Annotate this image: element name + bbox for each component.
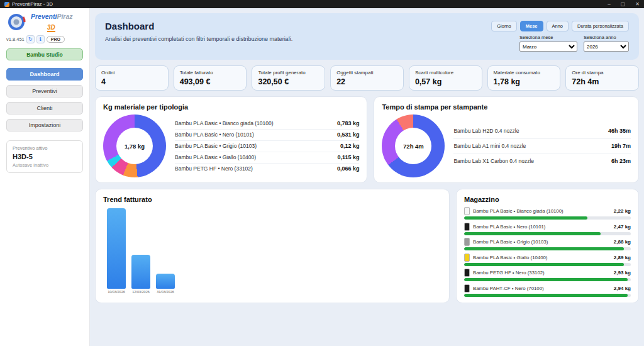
trend-bar (156, 274, 175, 289)
filament-color-chip (464, 238, 470, 246)
trend-chart-card: Trend fatturato 10/03/2026 12/03/2026 31… (95, 189, 450, 303)
legend-row: Bambu PLA Basic • Grigio (10103) 0,12 kg (175, 141, 359, 152)
filter-durata-button[interactable]: Durata personalizzata (572, 21, 629, 31)
version-label: v1.8.451 (6, 36, 25, 42)
info-icon: ℹ (40, 36, 42, 42)
filament-color-chip (464, 254, 470, 262)
filter-anno-button[interactable]: Anno (547, 21, 569, 31)
page-title: Dashboard (105, 21, 292, 31)
year-select-label: Seleziona anno (584, 35, 629, 40)
filament-color-chip (464, 284, 470, 293)
filter-mese-button[interactable]: Mese (520, 21, 543, 31)
stats-row: Ordini 4 Totale fatturato 493,09 € Total… (95, 65, 639, 91)
trend-bar (107, 208, 126, 289)
trend-x-axis: 10/03/2026 12/03/2026 31/03/2026 (103, 290, 441, 294)
sidebar-item-clienti[interactable]: Clienti (6, 102, 83, 114)
printer-donut-chart: 72h 4m (382, 114, 445, 177)
spool-logo-icon (6, 13, 28, 32)
active-quote-label: Preventivo attivo (13, 145, 77, 151)
inventory-item: Bambu PAHT-CF • Nero (70100) 2,94 kg (464, 284, 631, 297)
stock-progress-track (464, 247, 631, 250)
stock-progress-track (464, 263, 631, 266)
material-donut-chart: 1,78 kg (103, 114, 166, 177)
sidebar-item-impostazioni[interactable]: Impostazioni (6, 119, 83, 131)
bambu-studio-button[interactable]: Bambu Studio (6, 48, 83, 60)
filament-color-chip (464, 269, 470, 277)
autosave-status: Autosave inattivo (13, 162, 77, 168)
window-title: PreventiPiraz - 3D (12, 1, 53, 7)
stat-card-profit: Totale profit generato 320,50 € (252, 65, 325, 91)
sidebar-nav: Dashboard Preventivi Clienti Impostazion… (6, 68, 83, 131)
material-chart-title: Kg materiale per tipologia (103, 103, 359, 111)
year-select[interactable]: 2026 (584, 42, 629, 52)
pro-badge: PRO (47, 36, 65, 43)
stock-progress-fill (464, 247, 624, 250)
maximize-button[interactable]: ▢ (621, 1, 626, 7)
active-quote-box: Preventivo attivo H3D-5 Autosave inattiv… (6, 140, 83, 173)
filter-giorno-button[interactable]: Giorno (491, 21, 517, 31)
stat-card-ore: Ore di stampa 72h 4m (565, 65, 639, 91)
stock-progress-track (464, 216, 631, 220)
printer-donut-center: 72h 4m (395, 128, 431, 164)
period-filter-group: Giorno Mese Anno Durata personalizzata (491, 21, 629, 31)
page-subtitle: Analisi dei preventivi completati con fi… (105, 36, 292, 42)
brand-3d-badge: 3D (47, 24, 55, 32)
refresh-icon: ↻ (28, 36, 33, 42)
stock-progress-fill (464, 216, 587, 220)
app-logo: PreventiPiraz 3D (6, 13, 83, 32)
filament-color-chip (464, 223, 470, 231)
stat-card-ordini: Ordini 4 (95, 65, 169, 91)
stock-progress-track (464, 294, 631, 297)
inventory-item: Bambu PLA Basic • Bianco giada (10100) 2… (464, 207, 631, 220)
inventory-list: Bambu PLA Basic • Bianco giada (10100) 2… (464, 207, 631, 297)
stock-progress-track (464, 232, 631, 235)
month-select[interactable]: Marzo (519, 42, 577, 52)
sidebar-item-dashboard[interactable]: Dashboard (6, 68, 83, 81)
trend-chart-title: Trend fatturato (103, 196, 441, 203)
stock-progress-fill (464, 263, 624, 266)
legend-row: Bambu PLA Basic • Nero (10101) 0,531 kg (175, 130, 359, 141)
legend-row: Bambu PETG HF • Nero (33102) 0,066 kg (175, 164, 359, 174)
stock-progress-track (464, 278, 631, 281)
inventory-title: Magazzino (464, 196, 631, 203)
stock-progress-fill (464, 294, 628, 297)
material-legend: Bambu PLA Basic • Bianco giada (10100) 0… (175, 118, 359, 174)
titlebar: PreventiPiraz - 3D – ▢ ✕ (0, 0, 644, 8)
update-button[interactable]: ↻ (26, 35, 35, 43)
stock-progress-fill (464, 232, 601, 235)
month-select-label: Seleziona mese (519, 35, 577, 40)
dashboard-header: Dashboard Analisi dei preventivi complet… (95, 13, 639, 60)
legend-row: Bambu Lab A1 mini 0.4 nozzle 19h 7m (453, 139, 631, 154)
stat-card-fatturato: Totale fatturato 493,09 € (174, 65, 247, 91)
printer-chart-title: Tempo di stampa per stampante (382, 103, 631, 111)
legend-row: Bambu PLA Basic • Giallo (10400) 0,115 k… (175, 152, 359, 164)
trend-bar (131, 255, 150, 289)
material-donut-center: 1,78 kg (116, 128, 153, 164)
active-quote-code: H3D-5 (13, 153, 77, 160)
info-button[interactable]: ℹ (36, 35, 45, 43)
sidebar-item-preventivi[interactable]: Preventivi (6, 85, 83, 98)
inventory-item: Bambu PLA Basic • Nero (10101) 2,47 kg (464, 223, 631, 235)
inventory-item: Bambu PLA Basic • Giallo (10400) 2,89 kg (464, 254, 631, 266)
minimize-button[interactable]: – (608, 1, 610, 7)
inventory-card: Magazzino Bambu PLA Basic • Bianco giada… (456, 189, 639, 303)
material-chart-card: Kg materiale per tipologia 1,78 kg Bambu… (95, 96, 367, 183)
inventory-item: Bambu PLA Basic • Grigio (10103) 2,88 kg (464, 238, 631, 250)
filament-color-chip (464, 207, 470, 215)
sidebar: PreventiPiraz 3D v1.8.451 ↻ ℹ PRO Bambu … (0, 8, 90, 346)
trend-bar-chart (103, 208, 441, 289)
brand-text: PreventiPiraz (31, 13, 73, 21)
stat-card-scarti: Scarti multicolore 0,57 kg (409, 65, 482, 91)
stock-progress-fill (464, 278, 628, 281)
legend-row: Bambu PLA Basic • Bianco giada (10100) 0… (175, 118, 359, 130)
app-window: PreventiPiraz - 3D – ▢ ✕ PreventiPiraz 3… (0, 0, 644, 346)
printer-legend: Bambu Lab H2D 0.4 nozzle 46h 35m Bambu L… (453, 124, 631, 169)
legend-row: Bambu Lab H2D 0.4 nozzle 46h 35m (453, 124, 631, 139)
close-button[interactable]: ✕ (635, 1, 640, 7)
legend-row: Bambu Lab X1 Carbon 0.4 nozzle 6h 23m (453, 154, 631, 169)
printer-chart-card: Tempo di stampa per stampante 72h 4m Bam… (374, 96, 639, 183)
app-icon (4, 2, 9, 7)
inventory-item: Bambu PETG HF • Nero (33102) 2,93 kg (464, 269, 631, 281)
stat-card-materiale: Materiale consumato 1,78 kg (487, 65, 561, 91)
stat-card-oggetti: Oggetti stampati 22 (330, 65, 404, 91)
